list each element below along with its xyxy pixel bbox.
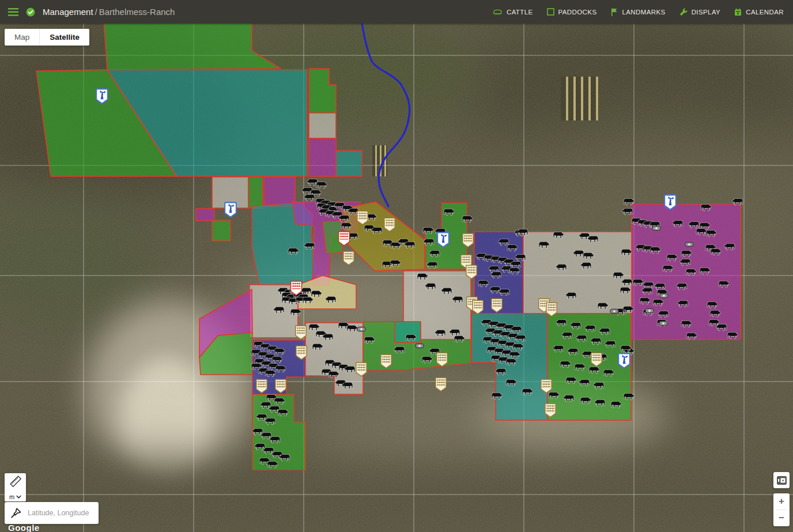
trough-marker[interactable]	[610, 309, 618, 313]
measure-unit-value: m	[9, 493, 14, 500]
page-title: Management	[43, 7, 93, 17]
landmark-marker[interactable]	[96, 89, 108, 103]
coordinates-input[interactable]	[27, 508, 93, 518]
paddock-magenta-n-strip[interactable]	[309, 138, 336, 176]
sync-status-check-icon	[26, 7, 35, 17]
landmark-marker[interactable]	[225, 202, 236, 217]
satellite-map[interactable]: Map Satellite m	[0, 0, 793, 532]
ranch-name: Barthelmess-Ranch	[99, 7, 175, 17]
measure-tool[interactable]: m	[5, 473, 26, 501]
zoom-control: + −	[773, 493, 790, 526]
map-type-satellite-button[interactable]: Satellite	[39, 29, 89, 46]
menu-item-paddocks[interactable]: PADDOCKS	[547, 8, 597, 16]
google-watermark: Google	[8, 523, 40, 532]
landmark-marker[interactable]	[664, 195, 676, 209]
paddock-gray-n-strip[interactable]	[309, 113, 336, 138]
pushpin-icon	[10, 507, 22, 519]
menu-item-label: CALENDAR	[746, 9, 784, 16]
map-type-map-button[interactable]: Map	[5, 29, 39, 46]
trough-marker[interactable]	[660, 293, 668, 297]
paddock-teal-se-notch[interactable]	[395, 322, 421, 342]
menu-item-cattle[interactable]: CATTLE	[493, 8, 533, 16]
coordinates-search	[5, 502, 99, 524]
trough-marker[interactable]	[652, 226, 660, 230]
paddock-teal-n-bump[interactable]	[336, 150, 362, 176]
flag-icon	[610, 8, 618, 16]
trough-marker[interactable]	[685, 242, 693, 246]
breadcrumb: Management/Barthelmess-Ranch	[43, 7, 175, 17]
measure-unit-select[interactable]: m	[9, 493, 21, 500]
top-navigation-bar: Management/Barthelmess-Ranch CATTLE PADD…	[0, 0, 793, 24]
cow-outline-icon	[493, 8, 503, 16]
screenshot-icon	[776, 476, 787, 485]
chevron-down-icon	[16, 495, 21, 499]
map-canvas[interactable]	[0, 0, 793, 532]
zoom-out-button[interactable]: −	[773, 510, 790, 526]
landmark-marker[interactable]	[618, 353, 630, 368]
map-screenshot-button[interactable]	[773, 472, 790, 488]
menu-item-landmarks[interactable]: LANDMARKS	[610, 8, 665, 16]
ruler-icon[interactable]	[9, 475, 22, 488]
paddock-green-w2[interactable]	[212, 220, 231, 241]
calendar-icon	[734, 8, 742, 16]
trough-marker[interactable]	[645, 308, 654, 312]
menu-item-label: LANDMARKS	[622, 9, 665, 16]
menu-item-calendar[interactable]: CALENDAR	[734, 8, 784, 16]
landmark-marker[interactable]	[437, 232, 449, 247]
square-outline-icon	[547, 8, 554, 16]
paddock-magenta-w2[interactable]	[196, 209, 214, 221]
trough-marker[interactable]	[659, 321, 667, 325]
map-type-toggle: Map Satellite	[5, 29, 89, 46]
menu-item-label: CATTLE	[507, 9, 533, 16]
paddock-green-c-strip[interactable]	[248, 177, 263, 208]
trough-marker[interactable]	[416, 344, 424, 348]
breadcrumb-separator: /	[93, 7, 99, 17]
paddock-magenta-c1[interactable]	[264, 177, 295, 206]
menu-item-label: DISPLAY	[692, 9, 721, 16]
menu-item-display[interactable]: DISPLAY	[679, 8, 721, 16]
zoom-in-button[interactable]: +	[773, 493, 790, 510]
trough-marker[interactable]	[357, 327, 365, 331]
hamburger-menu-icon[interactable]	[8, 8, 18, 16]
menu-item-label: PADDOCKS	[558, 9, 597, 16]
wrench-icon	[679, 8, 688, 16]
